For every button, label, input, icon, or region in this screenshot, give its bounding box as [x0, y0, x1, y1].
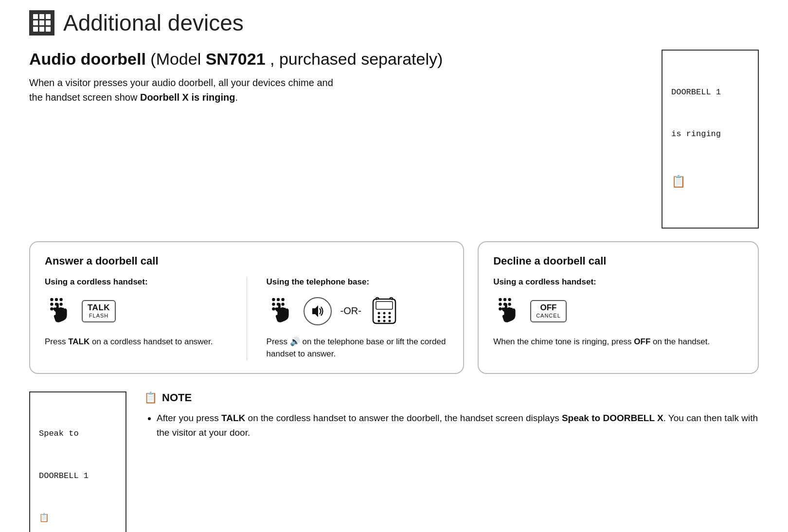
decline-desc-suffix: on the handset.: [650, 337, 710, 346]
answer-col-base: Using the telephone base:: [267, 277, 449, 360]
page-title: Additional devices: [63, 10, 244, 36]
col1-desc-bold: TALK: [68, 337, 90, 346]
or-text: -OR-: [340, 305, 361, 317]
speaker-svg: [308, 302, 327, 320]
col2-icons: -OR-: [267, 296, 449, 327]
answer-card-title: Answer a doorbell call: [45, 255, 448, 267]
off-label: OFF: [540, 303, 556, 313]
subtitle-line2: the handset screen show: [29, 92, 137, 103]
col2-desc-icon: 🔊: [290, 337, 300, 346]
main-title-model: (Model: [150, 50, 205, 68]
note-heading: 📋 Note: [144, 391, 759, 404]
note-bullet1-bold1: TALK: [221, 413, 245, 423]
svg-point-27: [377, 319, 380, 322]
corded-phone-icon: [370, 297, 398, 325]
note-icon: 📋: [144, 391, 157, 404]
note-list: After you press TALK on the cordless han…: [157, 411, 759, 441]
svg-point-35: [508, 302, 511, 305]
col-divider: [247, 277, 247, 360]
col1-heading: Using a cordless handset:: [45, 277, 227, 287]
svg-point-22: [383, 312, 385, 314]
svg-point-3: [50, 302, 53, 305]
screen-top-line1: DOORBELL 1: [671, 86, 749, 100]
note-heading-text: Note: [162, 391, 192, 404]
col2-desc: Press 🔊 on the telephone base or lift th…: [267, 336, 449, 360]
svg-point-21: [377, 312, 380, 314]
grid-icon: [33, 14, 51, 32]
col1-desc-prefix: Press: [45, 337, 68, 346]
subtitle-line1: When a visitor presses your audio doorbe…: [29, 77, 333, 88]
svg-point-15: [272, 307, 275, 310]
svg-point-36: [499, 307, 501, 310]
svg-marker-18: [312, 305, 318, 317]
screen-top-line2: is ringing: [671, 127, 749, 142]
svg-point-23: [388, 312, 391, 314]
svg-point-30: [499, 298, 501, 301]
decline-card: Decline a doorbell call Using a cordless…: [478, 241, 759, 374]
note-item-1: After you press TALK on the cordless han…: [157, 411, 759, 441]
hand-pointing-icon-2: [267, 296, 298, 327]
title-area: Audio doorbell (Model SN7021 , purchased…: [29, 50, 759, 229]
main-title-bold: Audio doorbell: [29, 50, 146, 68]
page-header: Additional devices: [29, 10, 759, 36]
svg-point-31: [503, 298, 506, 301]
bottom-row: Speak to DOORBELL 1 📋 📋 Note After you p…: [29, 391, 759, 532]
col1-desc: Press TALK on a cordless handset to answ…: [45, 336, 227, 348]
subtitle-end: .: [235, 92, 238, 103]
decline-col: Using a cordless handset: OFF: [493, 277, 743, 348]
svg-point-10: [276, 298, 279, 301]
hand-pointing-icon: [45, 296, 76, 327]
answer-card: Answer a doorbell call Using a cordless …: [29, 241, 464, 374]
speaker-circle-icon: [304, 297, 332, 325]
main-title: Audio doorbell (Model SN7021 , purchased…: [29, 50, 443, 69]
svg-rect-20: [376, 301, 393, 309]
svg-point-0: [50, 298, 53, 301]
decline-icons: OFF CANCEL: [493, 296, 567, 327]
off-cancel-button[interactable]: OFF CANCEL: [530, 300, 567, 322]
svg-point-14: [281, 302, 284, 305]
svg-point-25: [383, 316, 385, 318]
svg-point-29: [388, 319, 391, 322]
svg-point-9: [272, 298, 275, 301]
screen-bottom-icon: 📋: [39, 512, 117, 526]
svg-point-24: [377, 316, 380, 318]
screen-bottom: Speak to DOORBELL 1 📋: [29, 391, 126, 532]
svg-point-28: [383, 319, 385, 322]
note-area: 📋 Note After you press TALK on the cordl…: [144, 391, 759, 441]
svg-point-11: [281, 298, 284, 301]
col2-desc-prefix: Press: [267, 337, 290, 346]
talk-label: TALK: [88, 303, 110, 313]
screen-top: DOORBELL 1 is ringing 📋: [662, 50, 759, 229]
subtitle-bold: Doorbell X is ringing: [140, 92, 235, 103]
svg-point-1: [55, 298, 58, 301]
decline-subtitle: Using a cordless handset:: [493, 277, 596, 287]
main-title-suffix: , purchased separately): [270, 50, 443, 68]
svg-point-32: [508, 298, 511, 301]
header-icon: [29, 10, 54, 35]
svg-point-33: [499, 302, 501, 305]
decline-card-title: Decline a doorbell call: [493, 255, 743, 267]
col1-icons: TALK FLASH: [45, 296, 227, 327]
col2-heading: Using the telephone base:: [267, 277, 449, 287]
note-bullet1-middle: on the cordless handset to answer the do…: [245, 413, 562, 423]
svg-point-12: [272, 302, 275, 305]
hand-pointing-icon-3: [493, 296, 524, 327]
note-bullet1-bold2: Speak to DOORBELL X: [562, 413, 663, 423]
svg-point-6: [50, 307, 53, 310]
svg-point-5: [59, 302, 62, 305]
talk-flash-button[interactable]: TALK FLASH: [82, 300, 116, 322]
svg-point-2: [59, 298, 62, 301]
decline-desc-prefix: When the chime tone is ringing, press: [493, 337, 634, 346]
screen-bottom-line2: DOORBELL 1: [39, 469, 117, 483]
decline-desc-bold: OFF: [634, 337, 650, 346]
answer-col-cordless: Using a cordless handset:: [45, 277, 227, 360]
subtitle: When a visitor presses your audio doorbe…: [29, 75, 428, 105]
title-left: Audio doorbell (Model SN7021 , purchased…: [29, 50, 443, 105]
screen-bottom-line1: Speak to: [39, 427, 117, 441]
answer-cols: Using a cordless handset:: [45, 277, 448, 360]
screen-top-icon: 📋: [671, 173, 749, 193]
cancel-label: CANCEL: [536, 313, 561, 319]
decline-desc: When the chime tone is ringing, press OF…: [493, 336, 710, 348]
cards-row: Answer a doorbell call Using a cordless …: [29, 241, 759, 374]
note-bullet1-prefix: After you press: [157, 413, 221, 423]
